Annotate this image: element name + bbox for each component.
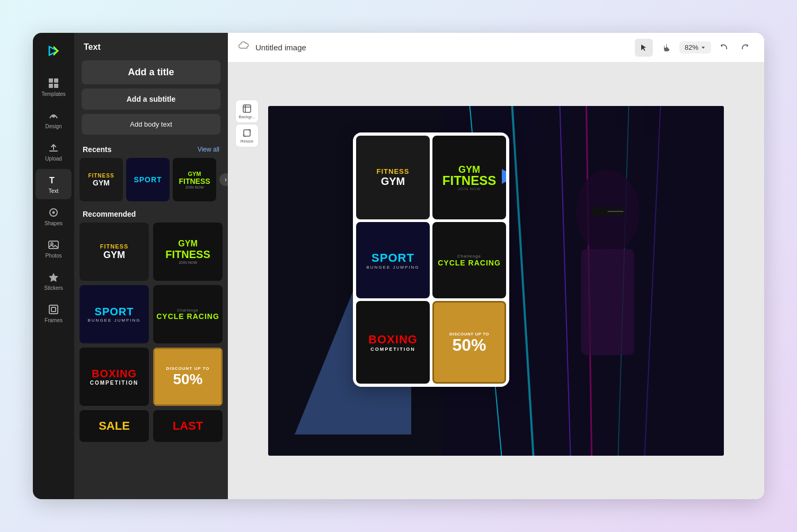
- svg-point-9: [52, 211, 55, 214]
- recents-section-header: Recents View all: [74, 137, 228, 158]
- recent-thumb-3[interactable]: GYM FITNESS JOIN NOW: [173, 158, 216, 201]
- upload-icon: [48, 142, 59, 154]
- popup-card-gym-fitness[interactable]: GYM FITNESS JOIN NOW: [432, 136, 506, 219]
- popup-grid: FITNESS GYM GYM FITNESS JOIN NOW: [356, 136, 506, 384]
- sidebar-item-stickers[interactable]: Stickers: [36, 266, 72, 296]
- sidebar-templates-label: Templates: [41, 91, 66, 97]
- view-all-recents-link[interactable]: View all: [198, 146, 219, 153]
- recommended-grid: FITNESS GYM GYM FITNESS JOIN NOW SPORT B…: [74, 223, 228, 447]
- sidebar-item-text[interactable]: T Text: [36, 169, 72, 199]
- sidebar-photos-label: Photos: [45, 253, 61, 259]
- sidebar-item-shapes[interactable]: Shapes: [36, 201, 72, 232]
- svg-rect-6: [49, 150, 58, 152]
- svg-rect-4: [54, 84, 58, 88]
- sidebar-item-templates[interactable]: Templates: [36, 72, 72, 102]
- svg-rect-0: [44, 41, 63, 60]
- rec-thumb-fitness-gym[interactable]: FITNESS GYM: [79, 223, 149, 281]
- sidebar-text-label: Text: [49, 188, 58, 194]
- panel-header: Text: [74, 33, 228, 58]
- zoom-dropdown-icon: [701, 45, 706, 50]
- resize-tool-button[interactable]: Resize: [235, 124, 259, 147]
- sidebar-stickers-label: Stickers: [44, 285, 63, 291]
- sidebar-item-frames[interactable]: Frames: [36, 298, 72, 329]
- recent-thumb-1[interactable]: FITNESS GYM: [79, 158, 123, 201]
- sidebar-design-label: Design: [45, 123, 61, 129]
- add-body-button[interactable]: Add body text: [82, 114, 220, 135]
- svg-rect-13: [51, 307, 56, 312]
- recommended-section-header: Recommended: [74, 201, 228, 223]
- sidebar-upload-label: Upload: [45, 156, 62, 162]
- background-tool-button[interactable]: Backgr...: [235, 100, 259, 123]
- popup-card-boxing[interactable]: BOXING COMPETITION: [356, 301, 430, 384]
- zoom-control[interactable]: 82%: [679, 41, 711, 54]
- topbar-tools: 82%: [635, 39, 754, 57]
- svg-point-5: [52, 114, 55, 118]
- svg-rect-15: [244, 130, 250, 136]
- sidebar-frames-label: Frames: [45, 317, 63, 323]
- popup-card-sport-bungee[interactable]: SPORT BUNGEE JUMPING: [356, 222, 430, 298]
- recent-thumb-2[interactable]: SPORT: [126, 158, 170, 201]
- svg-rect-2: [54, 78, 58, 83]
- recents-row: FITNESS GYM SPORT GYM FITNESS JOIN NOW ›: [74, 158, 228, 201]
- add-title-button[interactable]: Add a title: [82, 60, 220, 84]
- svg-rect-24: [581, 249, 634, 355]
- cloud-save-icon: [238, 41, 249, 54]
- hand-tool-button[interactable]: [657, 39, 675, 57]
- photos-icon: [48, 239, 59, 251]
- app-window: Templates Design Upload T Text: [33, 33, 764, 499]
- text-panel: Text Add a title Add a subtitle Add body…: [74, 33, 228, 499]
- left-tools-panel: Backgr... Resize: [235, 100, 259, 147]
- sidebar-shapes-label: Shapes: [45, 220, 63, 226]
- resize-label: Resize: [241, 139, 253, 144]
- design-icon: [48, 110, 59, 121]
- stickers-icon: [48, 271, 59, 283]
- recents-next-arrow[interactable]: ›: [219, 173, 228, 186]
- undo-redo-controls: [715, 39, 754, 57]
- editor-topbar: Untitled image 82%: [228, 33, 764, 63]
- background-label: Backgr...: [238, 114, 255, 119]
- redo-button[interactable]: [736, 39, 754, 57]
- svg-rect-1: [49, 78, 53, 83]
- rec-thumb-discount[interactable]: DISCOUNT UP TO 50%: [153, 348, 223, 406]
- rec-thumb-gym-fitness[interactable]: GYM FITNESS JOIN NOW: [153, 223, 223, 281]
- svg-rect-12: [49, 305, 58, 314]
- recents-label: Recents: [83, 145, 111, 154]
- shapes-icon: [48, 207, 59, 218]
- frames-icon: [48, 304, 59, 315]
- undo-button[interactable]: [715, 39, 733, 57]
- popup-card-cycle-racing[interactable]: Challenge CYCLE RACING: [432, 222, 506, 298]
- template-popup-preview: FITNESS GYM GYM FITNESS JOIN NOW: [353, 132, 509, 387]
- text-icon: T: [48, 174, 59, 186]
- sidebar-item-upload[interactable]: Upload: [36, 137, 72, 167]
- svg-rect-14: [243, 105, 251, 112]
- rec-thumb-sport-bungee[interactable]: SPORT BUNGEE JUMPING: [79, 285, 149, 343]
- resize-tool-icon: [242, 128, 252, 138]
- select-tool-button[interactable]: [635, 39, 653, 57]
- rec-thumb-last[interactable]: LAST: [153, 410, 223, 442]
- canvas-area: Backgr... Resize: [228, 63, 764, 499]
- rec-thumb-boxing[interactable]: BOXING COMPETITION: [79, 348, 149, 406]
- editor-area: Untitled image 82%: [228, 33, 764, 499]
- add-subtitle-button[interactable]: Add a subtitle: [82, 88, 220, 110]
- templates-icon: [48, 77, 59, 89]
- sidebar-item-photos[interactable]: Photos: [36, 234, 72, 264]
- recommended-label: Recommended: [83, 210, 136, 218]
- zoom-level-label: 82%: [685, 43, 698, 51]
- popup-card-discount[interactable]: DISCOUNT UP TO 50%: [432, 301, 506, 384]
- svg-rect-3: [49, 84, 53, 88]
- doc-title: Untitled image: [255, 43, 306, 52]
- app-logo: [44, 41, 63, 63]
- sidebar-item-design[interactable]: Design: [36, 104, 72, 135]
- canvas-background: FITNESS GYM GYM FITNESS JOIN NOW: [268, 106, 724, 456]
- rec-thumb-cycle-racing[interactable]: Challenge CYCLE RACING: [153, 285, 223, 343]
- popup-card-fitness-gym[interactable]: FITNESS GYM: [356, 136, 430, 219]
- icon-sidebar: Templates Design Upload T Text: [33, 33, 74, 499]
- background-tool-icon: [242, 104, 252, 113]
- rec-thumb-sale[interactable]: SALE: [79, 410, 149, 442]
- svg-text:T: T: [49, 176, 55, 185]
